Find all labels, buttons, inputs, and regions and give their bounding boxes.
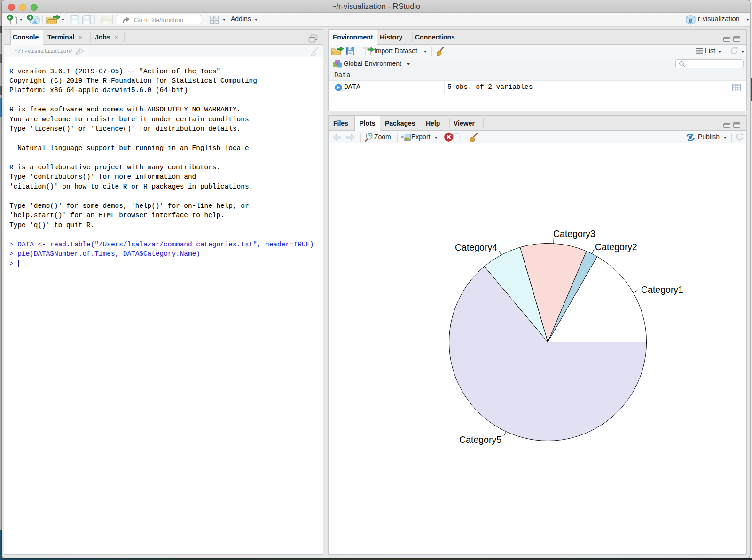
svg-text:R: R [689,18,693,24]
svg-text:Category4: Category4 [455,242,497,252]
svg-text:Category5: Category5 [459,434,501,445]
svg-text:Category1: Category1 [641,284,683,295]
svg-text:R: R [33,19,37,24]
svg-text:Category3: Category3 [553,229,595,239]
svg-text:Category2: Category2 [595,242,637,252]
